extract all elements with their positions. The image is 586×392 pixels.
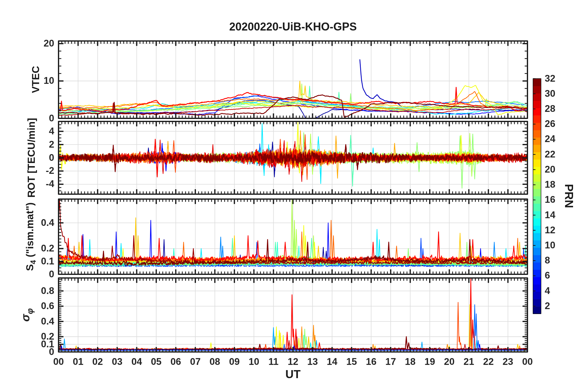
phi-subscript-glyph: φ [26,308,35,314]
chart-canvas [0,0,586,392]
rot-axis-label: ROT [TECU/min] [26,118,37,198]
rot-axis-label-text: ROT [TECU/min] [26,118,37,198]
vtec-axis-label-text: VTEC [30,66,41,93]
s4-axis-label-rest: ("ism.mat") [24,202,35,260]
s4-axis-label-main: S [24,264,35,271]
sigma-phi-axis-label: σφ [19,308,35,322]
vtec-axis-label: VTEC [30,66,42,93]
s4-axis-label: S4 ("ism.mat") [24,202,38,271]
gps-scintillation-figure: 20200220-UiB-KHO-GPS VTEC ROT [TECU/min]… [0,0,586,392]
ut-axis-label: UT [59,368,527,381]
sigma-glyph: σ [19,314,32,322]
prn-colorbar-label: PRN [562,184,575,208]
s4-axis-label-sub: 4 [29,260,37,264]
chart-title: 20200220-UiB-KHO-GPS [59,20,527,33]
